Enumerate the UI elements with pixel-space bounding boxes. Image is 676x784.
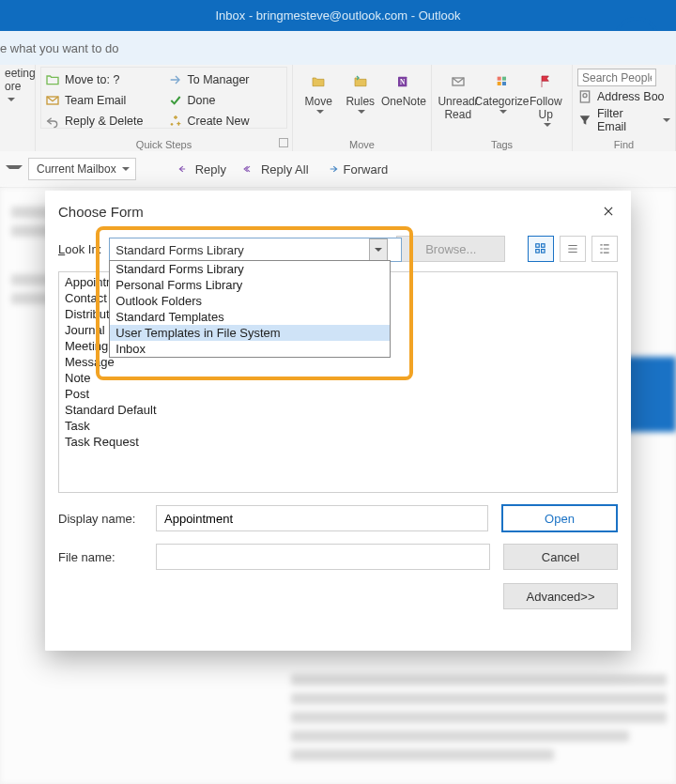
dropdown-option[interactable]: Personal Forms Library xyxy=(110,277,390,293)
message-action-strip: Current Mailbox Reply Reply All Forward xyxy=(0,151,676,188)
close-icon xyxy=(602,205,615,218)
list-item[interactable]: Note xyxy=(65,370,611,386)
sparkle-icon xyxy=(168,114,183,129)
ribbon-group-meeting: eeting ore xyxy=(0,65,36,151)
svg-rect-7 xyxy=(502,82,506,85)
group-label-tags: Tags xyxy=(432,139,572,150)
svg-point-9 xyxy=(583,94,587,98)
filter-email-button[interactable]: Filter Email xyxy=(577,107,670,133)
dropdown-option[interactable]: Outlook Folders xyxy=(110,293,390,309)
group-label-move: Move xyxy=(293,139,431,150)
ribbon-group-find: Address Boo Filter Email Find xyxy=(573,65,676,151)
reply-button[interactable]: Reply xyxy=(172,161,232,178)
file-name-label: File name: xyxy=(58,550,143,564)
forward-button[interactable]: Forward xyxy=(320,161,394,178)
folder-move-icon xyxy=(45,72,60,87)
reply-icon xyxy=(177,162,191,176)
look-in-combo[interactable]: Standard Forms Library Standard Forms Li… xyxy=(109,238,389,260)
ribbon: eeting ore Move to: ? To Manager Team Em xyxy=(0,65,676,152)
meeting-button[interactable]: eeting xyxy=(5,67,30,80)
browse-button[interactable]: Browse... xyxy=(396,236,505,262)
dialog-title: Choose Form xyxy=(58,204,144,220)
onenote-icon: N xyxy=(396,74,411,89)
display-name-input[interactable] xyxy=(156,505,488,531)
dialog-launcher-icon[interactable] xyxy=(279,138,288,147)
list-item[interactable]: Task xyxy=(65,418,611,434)
dropdown-option[interactable]: Standard Forms Library xyxy=(110,261,390,277)
ribbon-group-move: Move Rules N OneNote Move xyxy=(293,65,432,151)
check-icon xyxy=(168,93,183,108)
view-mode-buttons xyxy=(528,236,618,262)
tell-me-bar[interactable]: e what you want to do xyxy=(0,31,676,65)
envelope-icon xyxy=(451,74,466,89)
categorize-button[interactable]: Categorize xyxy=(480,67,525,129)
chevron-down-icon[interactable] xyxy=(369,238,388,261)
address-book-button[interactable]: Address Boo xyxy=(577,89,670,104)
move-button[interactable]: Move xyxy=(298,67,340,115)
list-item[interactable]: Post xyxy=(65,386,611,402)
svg-text:N: N xyxy=(400,78,406,86)
open-button[interactable]: Open xyxy=(501,504,618,532)
dropdown-option[interactable]: Standard Templates xyxy=(110,309,390,325)
svg-rect-5 xyxy=(502,77,506,81)
svg-rect-6 xyxy=(497,82,500,85)
ribbon-group-quick-steps: Move to: ? To Manager Team Email Done Re… xyxy=(36,65,293,151)
ribbon-group-tags: Unread/ Read Categorize Follow Up Tags xyxy=(432,65,573,151)
svg-rect-11 xyxy=(542,244,545,248)
rules-icon xyxy=(353,74,368,89)
reply-all-button[interactable]: Reply All xyxy=(238,161,315,178)
forward-icon xyxy=(326,162,339,176)
list-item[interactable]: Task Request xyxy=(65,434,611,450)
quickstep-move-to[interactable]: Move to: ? xyxy=(43,69,162,90)
view-list[interactable] xyxy=(560,236,586,262)
filter-icon xyxy=(577,113,592,128)
view-large-icons[interactable] xyxy=(528,236,554,262)
window-title: Inbox - bringmesteve@outlook.com - Outlo… xyxy=(215,8,460,23)
rules-button[interactable]: Rules xyxy=(340,67,382,115)
flag-icon xyxy=(538,74,553,89)
dropdown-option[interactable]: Inbox xyxy=(110,341,390,357)
quickstep-team-email[interactable]: Team Email xyxy=(43,90,162,111)
unread-read-button[interactable]: Unread/ Read xyxy=(437,67,480,129)
folder-icon xyxy=(311,74,326,89)
file-name-input[interactable] xyxy=(156,544,490,570)
svg-rect-12 xyxy=(536,250,540,254)
onenote-button[interactable]: N OneNote xyxy=(381,67,426,115)
dropdown-option-highlighted[interactable]: User Templates in File System xyxy=(110,325,390,341)
quickstep-to-manager[interactable]: To Manager xyxy=(166,69,285,90)
display-name-label: Display name: xyxy=(58,512,143,526)
quickstep-reply-delete[interactable]: Reply & Delete xyxy=(43,111,162,131)
svg-rect-10 xyxy=(536,244,540,248)
close-button[interactable] xyxy=(595,198,622,224)
look-in-dropdown: Standard Forms Library Personal Forms Li… xyxy=(109,260,391,358)
look-in-selected: Standard Forms Library xyxy=(115,243,244,257)
view-details[interactable] xyxy=(592,236,618,262)
look-in-label: Look In: xyxy=(58,242,101,256)
choose-form-dialog: Choose Form Look In: Standard Forms Libr… xyxy=(45,191,631,651)
follow-up-button[interactable]: Follow Up xyxy=(525,67,568,129)
window-title-bar: Inbox - bringmesteve@outlook.com - Outlo… xyxy=(0,0,676,31)
categorize-icon xyxy=(495,74,510,89)
svg-rect-13 xyxy=(542,250,545,254)
advanced-button[interactable]: Advanced>> xyxy=(503,583,618,609)
quickstep-create-new[interactable]: Create New xyxy=(166,111,285,131)
reply-delete-icon xyxy=(45,114,60,129)
search-scope-combo[interactable]: Current Mailbox xyxy=(28,158,136,180)
list-item[interactable]: Standard Default xyxy=(65,402,611,418)
more-button[interactable]: ore xyxy=(5,80,30,106)
tell-me-text: e what you want to do xyxy=(0,41,118,55)
cancel-button[interactable]: Cancel xyxy=(503,544,618,570)
svg-rect-4 xyxy=(497,77,500,81)
group-label-quick-steps: Quick Steps xyxy=(36,139,292,150)
quickstep-done[interactable]: Done xyxy=(166,90,285,111)
address-book-icon xyxy=(577,89,592,104)
forward-icon xyxy=(168,72,183,87)
chevron-down-icon[interactable] xyxy=(6,165,23,173)
search-people-input[interactable] xyxy=(577,69,656,86)
group-label-find: Find xyxy=(573,139,675,150)
reply-all-icon xyxy=(243,162,256,176)
mail-icon xyxy=(45,93,60,108)
